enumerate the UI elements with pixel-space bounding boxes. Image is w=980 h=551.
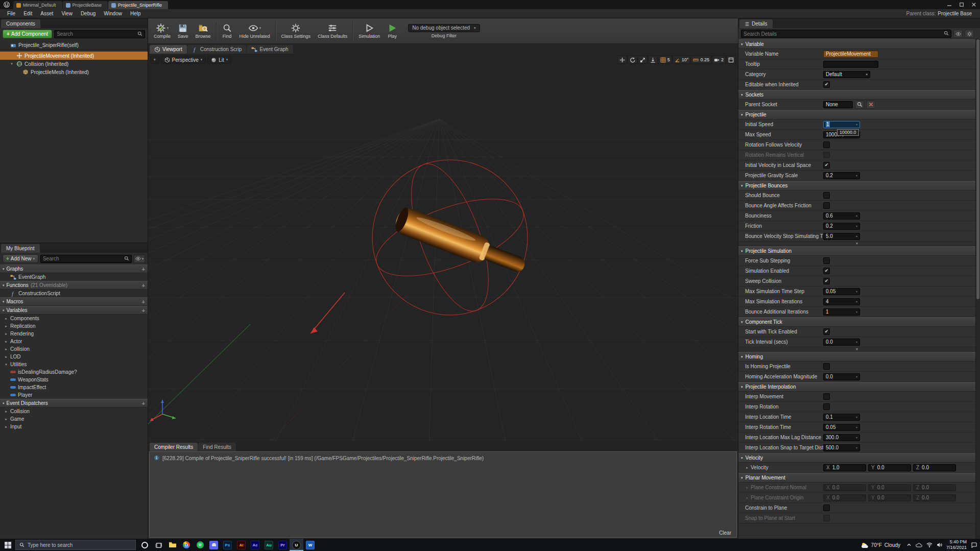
number-field-interp-location-max-lag-distance[interactable]: 300.0▾ — [823, 434, 860, 441]
spinner-icon[interactable]: ▾ — [854, 290, 857, 293]
checkbox-rotation-follows-velocity[interactable] — [823, 141, 830, 148]
components-search-input[interactable]: Search — [54, 30, 145, 38]
checkbox-initial-velocity-in-local-space[interactable]: ✔ — [823, 162, 830, 169]
toolbar-button-hide-unrelated[interactable]: ▾Hide Unrelated — [236, 22, 274, 40]
maximize-viewport[interactable] — [726, 56, 736, 64]
asset-tab-projectilebase[interactable]: ProjectileBase — [63, 1, 108, 9]
taskbar-app-file-explorer[interactable] — [165, 539, 179, 551]
component-collision-inherited[interactable]: ▾Collision (Inherited) — [0, 60, 148, 68]
clock[interactable]: 5:40 PM 7/16/2021 — [946, 539, 967, 550]
spinner-icon[interactable]: ▾ — [854, 425, 857, 429]
menu-item-window[interactable]: Window — [100, 10, 126, 17]
blueprint-item-impacteffect[interactable]: ImpactEffect — [0, 384, 148, 391]
add-macros-button[interactable]: + — [142, 299, 145, 305]
blueprint-item-utilities[interactable]: ▾Utilities — [0, 361, 148, 368]
checkbox-editable-when-inherited[interactable]: ✔ — [823, 81, 830, 88]
expand-icon[interactable]: ▸ — [745, 496, 749, 500]
tab-details[interactable]: Details — [739, 19, 773, 28]
onedrive-icon[interactable] — [916, 543, 922, 547]
expand-icon[interactable]: ▸ — [745, 486, 749, 490]
vector-x-field[interactable]: X0.0 — [823, 494, 866, 501]
taskbar-app-task-view[interactable] — [152, 539, 165, 551]
expand-icon[interactable]: ▸ — [4, 324, 8, 328]
clear-button[interactable]: Clear — [719, 530, 731, 536]
scale-tool[interactable] — [638, 56, 648, 64]
blueprint-section-macros[interactable]: ▾Macros+ — [0, 297, 148, 306]
details-section-sockets[interactable]: ▾Sockets — [738, 90, 975, 100]
advanced-expander[interactable]: ▾ — [738, 242, 975, 246]
viewport[interactable]: ▾ Perspective ▾ Lit ▾ 510°0.252 — [148, 54, 738, 442]
details-section-variable[interactable]: ▾Variable — [738, 39, 975, 49]
translate-tool[interactable] — [617, 56, 627, 64]
details-scrollbar[interactable] — [975, 39, 980, 539]
add-graphs-button[interactable]: + — [142, 266, 145, 272]
toolbar-button-class-settings[interactable]: Class Settings — [278, 22, 315, 40]
blueprint-section-graphs[interactable]: ▾Graphs+ — [0, 265, 148, 273]
blueprint-item-actor[interactable]: ▸Actor — [0, 338, 148, 345]
spinner-icon[interactable]: ▾ — [854, 234, 857, 238]
expand-icon[interactable]: ▸ — [4, 425, 8, 429]
details-section-projectile-interpolation[interactable]: ▾Projectile Interpolation — [738, 382, 975, 392]
taskbar-search-input[interactable]: Type here to search — [15, 540, 136, 550]
checkbox-rotation-remains-vertical[interactable] — [823, 152, 830, 158]
blueprint-item-player[interactable]: Player — [0, 391, 148, 399]
vector-x-field[interactable]: X1.0 — [823, 464, 866, 471]
toolbar-button-save[interactable]: Save — [174, 22, 192, 40]
scale-snap[interactable]: 0.25 — [691, 56, 711, 64]
number-field-max-simulation-time-step[interactable]: 0.05▾ — [823, 288, 860, 295]
tab-viewport[interactable]: Viewport — [150, 45, 187, 54]
visibility-filter-button[interactable]: ▾ — [134, 255, 145, 263]
weather-widget[interactable]: 70°F Cloudy — [859, 542, 902, 548]
collapse-icon[interactable]: ▾ — [9, 62, 14, 66]
blueprint-item-weaponstats[interactable]: WeaponStats — [0, 376, 148, 384]
number-field-bounce-velocity-stop-simulating-thresh[interactable]: 5.0▾ — [823, 233, 860, 240]
blueprint-item-lod[interactable]: ▸LOD — [0, 353, 148, 361]
tab-find-results[interactable]: Find Results — [198, 443, 236, 451]
add-functions-button[interactable]: + — [142, 282, 145, 289]
number-field-interp-rotation-time[interactable]: 0.05▾ — [823, 424, 860, 431]
expand-icon[interactable]: ▸ — [4, 317, 8, 321]
text-field-variable-name[interactable]: ProjectileMovement — [823, 51, 878, 58]
add-new-button[interactable]: + Add New ▾ — [3, 254, 38, 263]
taskbar-app-after-effects[interactable]: Ae — [248, 539, 262, 551]
blueprint-item-components[interactable]: ▸Components — [0, 315, 148, 322]
taskbar-app-audition[interactable]: Au — [262, 539, 276, 551]
tab-components[interactable]: Components — [1, 19, 40, 28]
wifi-icon[interactable] — [926, 542, 933, 547]
toolbar-button-find[interactable]: Find — [219, 22, 236, 40]
taskbar-app-word[interactable]: W — [303, 539, 317, 551]
add-event-dispatchers-button[interactable]: + — [142, 400, 145, 406]
blueprint-item-eventgraph[interactable]: EventGraph — [0, 273, 148, 281]
socket-field[interactable]: None — [823, 101, 853, 108]
checkbox-interp-rotation[interactable] — [823, 403, 830, 410]
spinner-icon[interactable]: ▾ — [854, 224, 857, 228]
checkbox-start-with-tick-enabled[interactable]: ✔ — [823, 328, 830, 335]
expand-icon[interactable]: ▸ — [4, 332, 8, 336]
rotate-tool[interactable] — [628, 56, 637, 64]
scrollbar-thumb[interactable] — [976, 39, 979, 299]
spinner-icon[interactable]: ▾ — [854, 415, 857, 419]
advanced-expander[interactable]: ▾ — [738, 347, 975, 352]
spinner-icon[interactable]: ▾ — [854, 375, 857, 378]
dropdown-category[interactable]: Default▾ — [823, 71, 870, 78]
vector-z-field[interactable]: Z0.0 — [913, 464, 956, 471]
menu-item-edit[interactable]: Edit — [19, 10, 36, 17]
taskbar-app-discord[interactable] — [207, 539, 221, 551]
collapse-icon[interactable]: ▾ — [4, 363, 8, 367]
number-field-bounciness[interactable]: 0.6▾ — [823, 212, 860, 220]
asset-tab-projectile-sniperrifle[interactable]: Projectile_SniperRifle — [108, 1, 168, 9]
blueprint-item-replication[interactable]: ▸Replication — [0, 322, 148, 330]
number-field-max-simulation-iterations[interactable]: 4▾ — [823, 298, 860, 305]
vector-z-field[interactable]: Z0.0 — [913, 494, 956, 501]
details-section-homing[interactable]: ▾Homing — [738, 352, 975, 362]
blueprint-item-isdealingradiusdamage[interactable]: isDealingRadiusDamage? — [0, 368, 148, 376]
spinner-icon[interactable]: ▾ — [854, 446, 857, 449]
number-field-homing-acceleration-magnitude[interactable]: 0.0▾ — [823, 373, 860, 380]
spinner-icon[interactable]: ▾ — [854, 300, 857, 303]
component-projectile-sniperrifle-self[interactable]: Projectile_SniperRifle(self) — [0, 41, 148, 50]
expand-icon[interactable]: ▸ — [4, 340, 8, 344]
menu-item-view[interactable]: View — [57, 10, 77, 17]
notification-center-button[interactable] — [971, 542, 977, 548]
number-field-projectile-gravity-scale[interactable]: 0.2▾ — [823, 172, 860, 179]
grid-snap[interactable]: 5 — [658, 56, 672, 64]
